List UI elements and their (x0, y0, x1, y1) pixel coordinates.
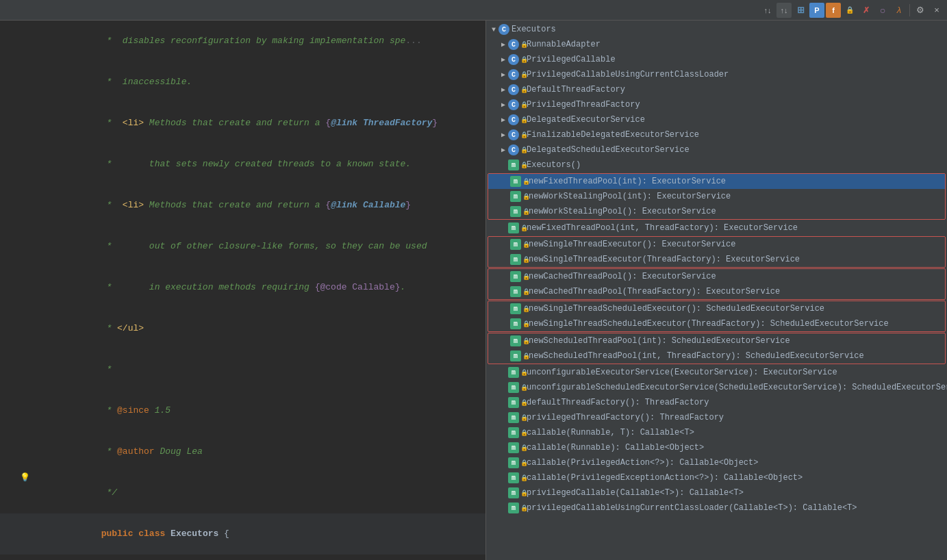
lock-icon: 🔒 (521, 131, 527, 139)
list-item[interactable]: ▶ C 🔒 PrivilegedThreadFactory (486, 97, 947, 112)
show-fields-button[interactable]: f (826, 3, 841, 18)
class-icon: C (508, 84, 519, 95)
lock-icon: 🔒 (523, 288, 529, 296)
lock-icon: 🔒 (521, 71, 527, 79)
lock-icon: 🔒 (521, 101, 527, 109)
code-line: * out of other closure-like forms, so th… (0, 226, 485, 267)
line-content: * inaccessible. (34, 62, 483, 103)
code-line: * disables reconfiguration by making imp… (0, 21, 485, 62)
list-item[interactable]: ▶ m 🔒 newCachedThreadPool(): ExecutorSer… (488, 269, 945, 284)
list-item[interactable]: ▶ m 🔒 newSingleThreadScheduledExecutor()… (488, 301, 945, 316)
line-content: * that sets newly created threads to a k… (34, 144, 483, 185)
list-item[interactable]: ▶ m 🔒 newScheduledThreadPool(int, Thread… (488, 348, 945, 364)
list-item[interactable]: ▶ m 🔒 callable(Runnable, T): Callable<T> (486, 425, 947, 440)
expand-all-button[interactable]: ⊞ (793, 3, 808, 18)
tree-item-label: unconfigurableScheduledExecutorService(S… (527, 383, 947, 392)
list-item[interactable]: ▶ m 🔒 newScheduledThreadPool(int): Sched… (488, 333, 945, 348)
class-icon: C (508, 54, 519, 65)
tree-item-label: newWorkStealingPool(): ExecutorService (529, 207, 716, 216)
tree-item-label: newSingleThreadScheduledExecutor(ThreadF… (529, 319, 889, 329)
lock-icon: 🔒 (521, 116, 527, 124)
lock-icon: 🔒 (521, 41, 527, 49)
list-item[interactable]: ▶ m 🔒 newFixedThreadPool(int, ThreadFact… (486, 220, 947, 236)
lock-icon: 🔒 (521, 489, 527, 497)
list-item[interactable]: ▶ C 🔒 RunnableAdapter (486, 37, 947, 52)
lock-icon: 🔒 (523, 241, 529, 249)
list-item[interactable]: ▶ m 🔒 privilegedThreadFactory(): ThreadF… (486, 410, 947, 425)
list-item[interactable]: ▶ C 🔒 DelegatedScheduledExecutorService (486, 142, 947, 157)
tree-item-label: DelegatedScheduledExecutorService (527, 145, 690, 155)
show-non-public-button[interactable]: 🔒 (842, 3, 857, 18)
list-item[interactable]: ▶ C 🔒 PrivilegedCallable (486, 52, 947, 67)
list-item[interactable]: ▶ m 🔒 newSingleThreadExecutor(): Executo… (488, 237, 945, 252)
list-item[interactable]: ▶ C 🔒 DelegatedExecutorService (486, 112, 947, 127)
code-line: * (0, 349, 485, 390)
show-properties-button[interactable]: P (809, 3, 824, 18)
list-item[interactable]: ▶ C 🔒 DefaultThreadFactory (486, 82, 947, 97)
list-item[interactable]: ▶ m 🔒 newCachedThreadPool(ThreadFactory)… (488, 284, 945, 299)
lock-icon: 🔒 (523, 305, 529, 313)
highlight-box-4: ▶ m 🔒 newSingleThreadScheduledExecutor()… (488, 301, 946, 332)
code-content[interactable]: * disables reconfiguration by making imp… (0, 21, 485, 560)
close-button[interactable]: × (929, 3, 944, 18)
list-item[interactable]: ▶ m 🔒 unconfigurableExecutorService(Exec… (486, 365, 947, 380)
sort-alpha2-button[interactable]: ↑↓ (776, 3, 792, 18)
method-icon: m (510, 176, 521, 187)
list-item[interactable]: ▶ m 🔒 newWorkStealingPool(int): Executor… (488, 189, 945, 204)
line-content: * @since 1.5 (34, 390, 483, 431)
method-icon: m (508, 222, 519, 233)
lock-icon: 🔒 (523, 208, 529, 216)
list-item[interactable]: ▶ m 🔒 newSingleThreadScheduledExecutor(T… (488, 316, 945, 331)
lock-icon: 🔒 (521, 369, 527, 377)
list-item[interactable]: ▶ m 🔒 callable(Runnable): Callable<Objec… (486, 440, 947, 455)
lock-icon: 🔒 (523, 273, 529, 281)
list-item[interactable]: ▶ m 🔒 callable(PrivilegedExceptionAction… (486, 470, 947, 485)
list-item[interactable]: ▶ m 🔒 newWorkStealingPool(): ExecutorSer… (488, 204, 945, 219)
list-item[interactable]: ▶ C 🔒 FinalizableDelegatedExecutorServic… (486, 127, 947, 142)
method-icon: m (510, 206, 521, 217)
lock-icon: 🔒 (521, 162, 527, 169)
line-content: * <li> Methods that create and return a … (34, 185, 483, 226)
list-item[interactable]: ▶ m 🔒 unconfigurableScheduledExecutorSer… (486, 380, 947, 395)
structure-tree[interactable]: ▼ C Executors ▶ C 🔒 RunnableAdapter ▶ C … (486, 21, 947, 560)
line-content (34, 555, 483, 560)
tree-item-label: newSingleThreadExecutor(ThreadFactory): … (529, 255, 800, 264)
lambda-button[interactable]: λ (892, 3, 907, 18)
list-item[interactable]: ▶ m 🔒 defaultThreadFactory(): ThreadFact… (486, 395, 947, 410)
tree-item-label: newSingleThreadExecutor(): ExecutorServi… (529, 240, 735, 249)
circle-button[interactable]: ○ (875, 3, 890, 18)
method-icon: m (510, 254, 521, 265)
list-item[interactable]: ▶ C 🔒 PrivilegedCallableUsingCurrentClas… (486, 67, 947, 82)
structure-panel: ▼ C Executors ▶ C 🔒 RunnableAdapter ▶ C … (486, 21, 947, 560)
sort-alpha-button[interactable]: ↑↓ (760, 3, 775, 18)
code-line: public class Executors { (0, 513, 485, 555)
lightbulb-icon[interactable]: 💡 (20, 472, 30, 483)
tree-item-label: FinalizableDelegatedExecutorService (527, 130, 699, 140)
tree-root-item[interactable]: ▼ C Executors (486, 22, 947, 37)
lock-icon: 🔒 (521, 225, 527, 232)
tree-item-label: DefaultThreadFactory (527, 85, 625, 94)
method-icon: m (510, 318, 521, 329)
class-icon: C (508, 69, 519, 80)
method-icon: m (508, 412, 519, 423)
code-line: * @author Doug Lea (0, 431, 485, 472)
highlight-box-3: ▶ m 🔒 newCachedThreadPool(): ExecutorSer… (488, 268, 946, 300)
tree-item-label: newFixedThreadPool(int, ThreadFactory): … (527, 223, 798, 233)
list-item[interactable]: ▶ m 🔒 newSingleThreadExecutor(ThreadFact… (488, 252, 945, 267)
line-content: * (34, 349, 483, 390)
highlight-box-1: ▶ m 🔒 newFixedThreadPool(int): ExecutorS… (488, 173, 946, 220)
tree-item-label: callable(Runnable, T): Callable<T> (527, 428, 694, 437)
tree-expand-icon: ▼ (489, 26, 498, 34)
method-icon: m (510, 286, 521, 297)
filter-x-button[interactable]: ✗ (859, 3, 874, 18)
list-item[interactable]: ▶ m 🔒 privilegedCallable(Callable<T>): C… (486, 485, 947, 500)
code-line: * @since 1.5 (0, 390, 485, 431)
list-item[interactable]: ▶ m 🔒 callable(PrivilegedAction<?>): Cal… (486, 455, 947, 470)
list-item[interactable]: ▶ m 🔒 privilegedCallableUsingCurrentClas… (486, 500, 947, 516)
method-icon: m (508, 502, 519, 513)
list-item[interactable]: ▶ m 🔒 newFixedThreadPool(int): ExecutorS… (488, 174, 945, 189)
method-icon: m (508, 472, 519, 483)
settings-button[interactable]: ⚙ (913, 3, 928, 18)
line-content: * @author Doug Lea (34, 431, 483, 472)
list-item[interactable]: ▶ m 🔒 Executors() (486, 157, 947, 173)
